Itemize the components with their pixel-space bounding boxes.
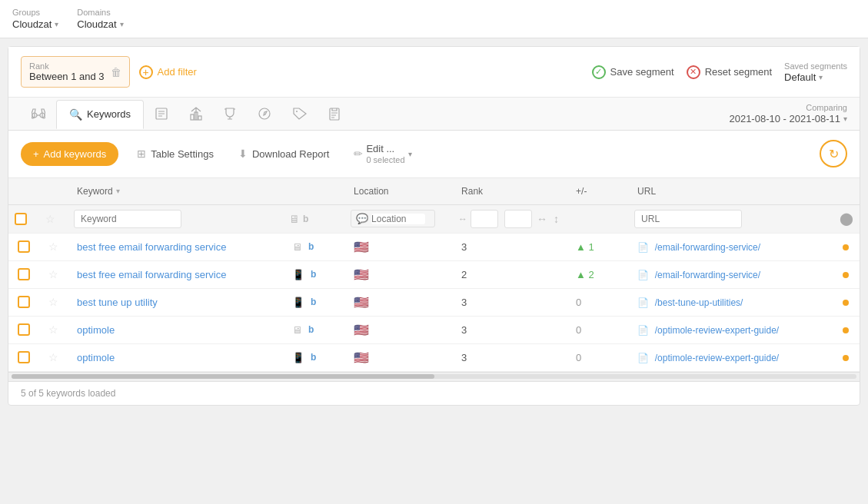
row-star-cell[interactable]: ☆	[39, 316, 68, 343]
rank-value: 3	[461, 324, 467, 336]
row-dot-cell	[833, 288, 860, 316]
row-checkbox[interactable]	[18, 323, 30, 336]
row-checkbox-cell[interactable]	[8, 260, 39, 288]
comparing-dropdown-arrow: ▾	[843, 114, 847, 123]
row-checkbox-cell[interactable]	[8, 233, 39, 260]
row-checkbox-cell[interactable]	[8, 288, 39, 316]
url-link[interactable]: /email-forwarding-service/	[655, 242, 760, 253]
row-star-cell[interactable]: ☆	[39, 343, 68, 371]
comparing-dates: 2021-08-10 - 2021-08-11 ▾	[729, 113, 847, 124]
groups-selector[interactable]: Groups Cloudzat ▾	[12, 8, 58, 30]
keyword-link[interactable]: best tune up utility	[77, 297, 158, 308]
horizontal-scrollbar[interactable]	[8, 372, 860, 381]
tab-compass[interactable]	[247, 98, 282, 130]
scrollbar-track[interactable]	[12, 374, 856, 379]
keyword-link[interactable]: best free email forwarding service	[77, 241, 226, 253]
row-checkbox[interactable]	[18, 296, 30, 308]
row-keyword-cell: best free email forwarding service	[68, 233, 283, 260]
search-icon: 🔍	[69, 108, 82, 121]
add-filter-button[interactable]: + Add filter	[139, 65, 197, 79]
filter-bing-icon[interactable]: b	[303, 214, 308, 224]
row-rank-cell: 3	[452, 288, 567, 316]
url-link[interactable]: /best-tune-up-utilities/	[655, 297, 743, 308]
filter-desktop-icon[interactable]: 🖥	[289, 213, 300, 225]
url-page-icon: 📄	[637, 242, 649, 253]
filter-url-cell[interactable]	[628, 204, 833, 233]
url-link[interactable]: /optimole-review-expert-guide/	[655, 325, 779, 336]
main-container: Rank Between 1 and 3 🗑 + Add filter ✓ Sa…	[8, 46, 860, 406]
filter-rank-cell[interactable]: ↔ 1 3 ↔ ↕	[452, 204, 567, 233]
row-checkbox[interactable]	[18, 240, 30, 253]
row-checkbox[interactable]	[18, 268, 30, 280]
row-star-icon[interactable]: ☆	[48, 240, 58, 253]
rank-to-input[interactable]: 3	[504, 210, 532, 228]
row-star-icon[interactable]: ☆	[48, 296, 58, 308]
keyword-link[interactable]: optimole	[77, 324, 115, 336]
top-bar: Groups Cloudzat ▾ Domains Cloudzat ▾	[0, 0, 868, 38]
keyword-filter-input[interactable]	[74, 210, 181, 228]
tab-keywords[interactable]: 🔍 Keywords	[56, 100, 144, 129]
refresh-button[interactable]: ↻	[820, 140, 847, 167]
filter-keyword-cell[interactable]	[68, 204, 283, 233]
th-url: URL	[628, 178, 833, 205]
url-link[interactable]: /optimole-review-expert-guide/	[655, 353, 779, 363]
row-icons-cell: 🖥 b	[283, 233, 344, 260]
edit-button[interactable]: ✏ Edit ... 0 selected ▾	[348, 138, 417, 170]
rank-filter-delete-button[interactable]: 🗑	[111, 66, 121, 78]
rank-value: 2	[461, 269, 467, 280]
keyword-link[interactable]: best free email forwarding service	[77, 269, 226, 280]
add-keywords-button[interactable]: + Add keywords	[21, 142, 118, 166]
row-checkbox-cell[interactable]	[8, 316, 39, 343]
saved-segments-selector[interactable]: Saved segments Default ▾	[784, 61, 847, 83]
rank-sort-icon-button[interactable]: ↕	[552, 211, 560, 227]
row-icons-cell: 📱 b	[283, 288, 344, 316]
refresh-icon: ↻	[829, 147, 839, 161]
tab-clipboard[interactable]	[318, 98, 351, 130]
row-star-icon[interactable]: ☆	[48, 268, 58, 280]
domains-label: Domains	[77, 8, 123, 17]
change-value: 0	[576, 297, 581, 308]
row-star-cell[interactable]: ☆	[39, 233, 68, 260]
row-star-icon[interactable]: ☆	[48, 351, 58, 363]
star-filter-icon[interactable]: ☆	[45, 213, 55, 225]
tab-tags[interactable]	[282, 98, 318, 129]
country-flag: 🇺🇸	[354, 323, 369, 337]
url-filter-input[interactable]	[634, 210, 742, 228]
th-keyword[interactable]: Keyword ▾	[68, 178, 283, 205]
keywords-table-wrapper: Keyword ▾ Location Rank +/-	[8, 178, 860, 372]
reset-segment-button[interactable]: ✕ Reset segment	[687, 65, 772, 79]
filter-star-cell[interactable]: ☆	[39, 204, 68, 233]
tab-pages[interactable]	[144, 98, 179, 129]
tab-keywords-label: Keywords	[87, 108, 131, 120]
row-star-cell[interactable]: ☆	[39, 260, 68, 288]
download-report-button[interactable]: ⬇ Download Report	[232, 143, 335, 164]
tab-trophy[interactable]	[213, 98, 247, 130]
row-icons-cell: 📱 b	[283, 343, 344, 371]
domains-selector[interactable]: Domains Cloudzat ▾	[77, 8, 123, 30]
svg-rect-5	[198, 116, 201, 120]
rank-from-input[interactable]: 1	[471, 210, 498, 228]
filter-location-cell[interactable]: 💬	[344, 204, 452, 233]
table-settings-button[interactable]: ⊞ Table Settings	[131, 143, 220, 164]
save-segment-button[interactable]: ✓ Save segment	[592, 65, 674, 79]
rank-compare-icon-button[interactable]: ↔	[535, 211, 549, 227]
scrollbar-thumb[interactable]	[12, 374, 434, 379]
row-checkbox-cell[interactable]	[8, 343, 39, 371]
tab-ranking[interactable]	[179, 98, 213, 130]
search-engine-icon: b	[311, 269, 316, 280]
location-filter-input[interactable]	[371, 214, 425, 224]
th-change: +/-	[567, 178, 628, 205]
saved-segments-label: Saved segments	[784, 61, 847, 71]
row-star-cell[interactable]: ☆	[39, 288, 68, 316]
url-link[interactable]: /email-forwarding-service/	[655, 270, 760, 280]
row-star-icon[interactable]: ☆	[48, 323, 58, 336]
status-dot	[843, 272, 849, 278]
filter-dot-cell: ⬤	[833, 204, 860, 233]
th-url-label: URL	[637, 186, 656, 197]
tab-binoculars[interactable]	[21, 98, 56, 129]
groups-label: Groups	[12, 8, 58, 17]
select-all-checkbox[interactable]	[15, 213, 27, 225]
row-checkbox[interactable]	[18, 351, 30, 363]
keyword-link[interactable]: optimole	[77, 352, 115, 363]
filter-checkbox-cell[interactable]	[8, 204, 39, 233]
